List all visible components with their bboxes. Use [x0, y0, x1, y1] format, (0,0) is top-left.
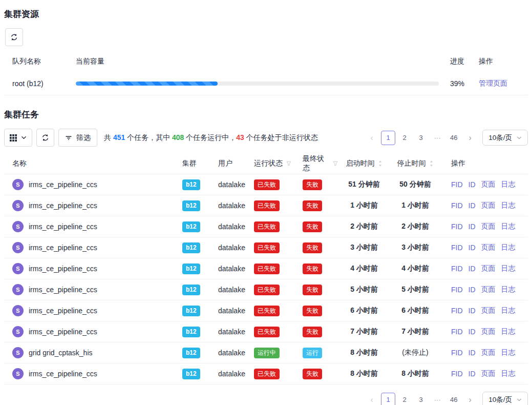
cluster-badge: b12 — [182, 221, 200, 232]
page-number-46[interactable]: 46 — [446, 131, 461, 145]
page-link[interactable]: 页面 — [481, 306, 496, 315]
fid-link[interactable]: FID — [451, 265, 463, 273]
header-actions: 操作 — [441, 159, 528, 168]
stop-time: 6 小时前 — [390, 306, 441, 315]
table-row: S irms_ce_pipeline_ccs b12 datalake 已失败 … — [4, 237, 528, 258]
log-link[interactable]: 日志 — [501, 327, 516, 336]
page-number-46[interactable]: 46 — [446, 393, 461, 405]
fid-link[interactable]: FID — [451, 307, 463, 315]
next-page-button[interactable]: › — [463, 131, 477, 145]
page-link[interactable]: 页面 — [481, 243, 496, 252]
log-link[interactable]: 日志 — [501, 243, 516, 252]
funnel-filter-icon[interactable] — [332, 160, 338, 167]
final-state-badge: 失败 — [303, 179, 322, 190]
id-link[interactable]: ID — [469, 201, 476, 210]
sort-carets-icon[interactable] — [378, 160, 382, 167]
header-start-time: 启动时间 — [346, 159, 375, 168]
id-link[interactable]: ID — [469, 222, 476, 231]
id-link[interactable]: ID — [469, 328, 476, 336]
id-link[interactable]: ID — [469, 370, 476, 378]
page-number-3[interactable]: 3 — [414, 131, 428, 145]
funnel-filter-icon[interactable] — [286, 160, 292, 167]
final-state-badge: 失败 — [303, 285, 322, 295]
fid-link[interactable]: FID — [451, 180, 463, 189]
run-state-badge: 已失败 — [254, 306, 280, 316]
resources-refresh-button[interactable] — [5, 28, 23, 46]
start-time: 1 小时前 — [338, 201, 390, 210]
page-link[interactable]: 页面 — [481, 222, 496, 231]
prev-page-button[interactable]: ‹ — [365, 131, 379, 145]
page-link[interactable]: 页面 — [481, 180, 496, 189]
table-row: S irms_ce_pipeline_ccs b12 datalake 已失败 … — [4, 300, 528, 321]
page-link[interactable]: 页面 — [481, 348, 496, 357]
resources-header-row: 队列名称 当前容量 进度 操作 — [4, 51, 528, 72]
fid-link[interactable]: FID — [451, 328, 463, 336]
page-link[interactable]: 页面 — [481, 327, 496, 336]
avatar: S — [12, 305, 24, 316]
sort-carets-icon[interactable] — [429, 160, 434, 167]
log-link[interactable]: 日志 — [501, 201, 516, 210]
page-link[interactable]: 页面 — [481, 264, 496, 273]
queue-name: root (b12) — [4, 79, 76, 88]
task-name: irms_ce_pipeline_ccs — [29, 244, 97, 252]
stop-time: 7 小时前 — [390, 327, 441, 336]
log-link[interactable]: 日志 — [501, 306, 516, 315]
page-link[interactable]: 页面 — [481, 285, 496, 294]
page-link[interactable]: 页面 — [481, 201, 496, 210]
log-link[interactable]: 日志 — [501, 264, 516, 273]
column-settings-button[interactable] — [4, 129, 32, 147]
manage-page-link[interactable]: 管理页面 — [479, 79, 507, 87]
ellipsis-page-button: ··· — [430, 131, 444, 145]
page-link[interactable]: 页面 — [481, 369, 496, 378]
filter-button[interactable]: 筛选 — [58, 129, 97, 147]
run-state-badge: 已失败 — [254, 221, 280, 232]
header-queue-name: 队列名称 — [4, 57, 76, 66]
fid-link[interactable]: FID — [451, 349, 463, 357]
stop-time: 1 小时前 — [390, 201, 441, 210]
log-link[interactable]: 日志 — [501, 285, 516, 294]
table-row: S grid grid_cptask_his b12 datalake 运行中 … — [4, 342, 528, 363]
prev-page-button[interactable]: ‹ — [365, 393, 379, 405]
fid-link[interactable]: FID — [451, 244, 463, 252]
fid-link[interactable]: FID — [451, 370, 463, 378]
id-link[interactable]: ID — [469, 286, 476, 294]
id-link[interactable]: ID — [469, 349, 476, 357]
id-link[interactable]: ID — [469, 307, 476, 315]
tasks-refresh-button[interactable] — [36, 129, 54, 147]
stop-time: 2 小时前 — [390, 222, 441, 231]
id-link[interactable]: ID — [469, 244, 476, 252]
progress-percent: 39% — [450, 79, 479, 88]
stop-time: 8 小时前 — [390, 369, 441, 378]
id-link[interactable]: ID — [469, 265, 476, 273]
page-number-1[interactable]: 1 — [381, 393, 395, 405]
page-number-1[interactable]: 1 — [381, 131, 395, 145]
cluster-badge: b12 — [182, 348, 200, 358]
final-state-badge: 运行 — [303, 348, 322, 358]
next-page-button[interactable]: › — [463, 393, 477, 405]
log-link[interactable]: 日志 — [501, 222, 516, 231]
chevron-down-icon — [21, 135, 27, 140]
fid-link[interactable]: FID — [451, 286, 463, 294]
fid-link[interactable]: FID — [451, 201, 463, 210]
task-table-body: S irms_ce_pipeline_ccs b12 datalake 已失败 … — [4, 174, 528, 384]
avatar: S — [12, 347, 24, 358]
page-number-2[interactable]: 2 — [397, 131, 412, 145]
log-link[interactable]: 日志 — [501, 369, 516, 378]
page-size-select[interactable]: 10条/页 — [482, 130, 528, 146]
page-number-2[interactable]: 2 — [397, 393, 412, 405]
user-name: datalake — [218, 180, 254, 189]
progress-fill — [76, 82, 218, 86]
avatar: S — [12, 326, 24, 337]
tasks-toolbar: 筛选 共 451 个任务，其中 408 个任务运行中，43 个任务处于非运行状态… — [4, 129, 528, 147]
id-link[interactable]: ID — [469, 180, 476, 189]
log-link[interactable]: 日志 — [501, 348, 516, 357]
fid-link[interactable]: FID — [451, 222, 463, 231]
page-number-3[interactable]: 3 — [414, 393, 428, 405]
avatar: S — [12, 368, 24, 379]
page-size-select[interactable]: 10条/页 — [482, 392, 528, 405]
log-link[interactable]: 日志 — [501, 180, 516, 189]
user-name: datalake — [218, 201, 254, 210]
resource-row: root (b12) 39% 管理页面 — [4, 72, 528, 95]
task-name: irms_ce_pipeline_ccs — [29, 201, 97, 210]
header-final-state: 最终状态 — [303, 154, 329, 173]
